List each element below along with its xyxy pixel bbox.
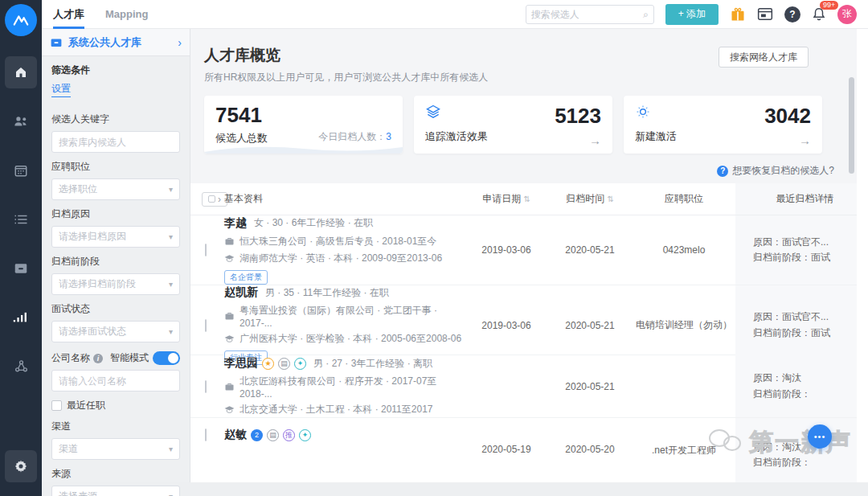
- channel-value: 渠道: [59, 442, 78, 456]
- row-checkbox[interactable]: [205, 428, 207, 441]
- recent-job-checkbox-row[interactable]: 最近任职: [51, 399, 180, 412]
- tab-mapping[interactable]: Mapping: [105, 0, 148, 29]
- archive-reason: 原因：面试官不...: [753, 235, 857, 250]
- table-row[interactable]: 赵凯新 男 · 35 · 11年工作经验 · 在职 粤海置业投资（国际）有限公司…: [190, 285, 857, 355]
- sort-icon[interactable]: ⇅: [607, 195, 613, 203]
- interview-status-select[interactable]: 请选择面试状态▾: [51, 321, 180, 342]
- home-icon: [14, 65, 28, 80]
- notification-badge: 99+: [820, 1, 838, 10]
- channel-label: 渠道: [51, 420, 180, 433]
- archive-date: 2020-05-21: [547, 381, 633, 392]
- main-content: 人才库概览 所有HR权限及以上用户可见，用户可浏览公共人才库中所有候选人 搜索网…: [190, 29, 857, 482]
- tab-talent-pool[interactable]: 人才库: [53, 0, 84, 29]
- channel-select[interactable]: 渠道▾: [51, 438, 180, 460]
- keyword-input[interactable]: [51, 131, 180, 153]
- pre-archive-stage-select[interactable]: 请选择归档前阶段▾: [51, 273, 180, 295]
- candidate-name[interactable]: 赵敏: [224, 428, 247, 442]
- candidate-work: 粤海置业投资（国际）有限公司 · 党工团干事 · 2017-...: [224, 304, 465, 329]
- row-checkbox[interactable]: [205, 244, 207, 256]
- candidate-name[interactable]: 李越: [224, 216, 247, 231]
- add-button[interactable]: + 添加: [665, 4, 719, 25]
- rail-home[interactable]: [5, 56, 37, 88]
- settings-link[interactable]: 设置: [51, 82, 71, 97]
- archive-reason: 原因：淘汰: [753, 440, 857, 455]
- candidate-meta: 男 · 35 · 11年工作经验 · 在职: [265, 286, 389, 300]
- scrollbar-thumb[interactable]: [849, 77, 854, 174]
- archive-reason: 原因：面试官不...: [753, 309, 857, 325]
- global-search-input[interactable]: [531, 9, 643, 20]
- activate-target-icon: [635, 104, 651, 120]
- row-checkbox[interactable]: [205, 380, 207, 393]
- graduation-cap-icon: [224, 405, 235, 414]
- archive-box-icon: [14, 262, 28, 275]
- calendar-icon: [14, 163, 28, 178]
- candidate-work: 北京匠游科技有限公司 · 程序开发 · 2017-07至2018-...: [224, 375, 465, 400]
- user-avatar[interactable]: 张: [837, 5, 857, 24]
- rail-settings[interactable]: [5, 450, 37, 482]
- candidate-name[interactable]: 赵凯新: [224, 285, 258, 300]
- col-position: 应聘职位: [633, 192, 735, 206]
- col-apply-date[interactable]: 申请日期 ⇅: [465, 192, 547, 206]
- applied-position: 0423melo: [633, 244, 735, 256]
- page-subtitle: 所有HR权限及以上用户可见，用户可浏览公共人才库中所有候选人: [204, 71, 857, 84]
- search-network-pool-button[interactable]: 搜索网络人才库: [719, 47, 809, 68]
- table-row[interactable]: 李越 女 · 30 · 6年工作经验 · 在职 恒大珠三角公司 · 高级售后专员…: [190, 215, 857, 285]
- table-row[interactable]: 李思园 ★ ▤ ✦ 男 · 27 · 3年工作经验 · 离职 北京匠游科技有限公…: [190, 355, 857, 418]
- stat-card-track-activation[interactable]: 5123 追踪激活效果 →: [414, 96, 612, 154]
- apply-date: 2019-03-06: [465, 244, 547, 256]
- position-select[interactable]: 选择职位▾: [51, 178, 180, 200]
- star-badge-icon: ✦: [299, 429, 311, 441]
- briefcase-icon: [224, 312, 235, 321]
- today-archived-count: 今日归档人数：3: [318, 130, 391, 144]
- rail-candidates[interactable]: [5, 105, 37, 137]
- row-checkbox[interactable]: [205, 319, 207, 332]
- archive-reason-value: 请选择归档原因: [59, 230, 126, 244]
- rail-list[interactable]: [5, 203, 37, 236]
- list-icon: [14, 213, 28, 226]
- rail-reports[interactable]: [5, 301, 37, 334]
- archive-date: 2020-05-21: [547, 244, 633, 256]
- stat-card-new-activation[interactable]: 3042 新建激活 →: [624, 96, 822, 154]
- candidate-table: › 基本资料 申请日期 ⇅ 归档时间 ⇅ 应聘职位 最近归档详情 李越 女 · …: [190, 183, 857, 482]
- arrow-right-icon[interactable]: →: [589, 133, 601, 147]
- company-input[interactable]: [51, 370, 180, 391]
- restore-archived-link[interactable]: ? 想要恢复归档的候选人?: [717, 164, 834, 178]
- caret-down-icon: ▾: [169, 492, 173, 496]
- caret-down-icon: ▾: [169, 185, 173, 194]
- mountain-logo-icon: [12, 11, 30, 29]
- arrow-right-icon[interactable]: →: [799, 133, 811, 147]
- gift-button[interactable]: [730, 6, 746, 23]
- source-select[interactable]: 选择来源▾: [51, 486, 180, 496]
- medal-badge-icon: ★: [262, 358, 274, 370]
- card-button[interactable]: [757, 7, 773, 21]
- table-row[interactable]: 赵敏 2 ▤ 推 ✦ 2020-05-19 2020-05-20 .net开发工…: [190, 418, 857, 492]
- app-logo[interactable]: [5, 4, 37, 36]
- col-archive-date[interactable]: 归档时间 ⇅: [547, 192, 633, 206]
- new-activation-value: 3042: [764, 104, 811, 129]
- work-badge-icon: ▤: [267, 429, 279, 441]
- graduation-cap-icon: [224, 334, 235, 343]
- users-icon: [13, 114, 29, 129]
- smart-mode-toggle[interactable]: [153, 351, 180, 365]
- rail-calendar[interactable]: [5, 154, 37, 187]
- sort-icon[interactable]: ⇅: [523, 195, 530, 203]
- notifications-button[interactable]: 99+: [812, 6, 826, 22]
- rail-network[interactable]: [5, 350, 37, 383]
- gear-icon: [14, 459, 28, 473]
- browser-card-icon: [757, 7, 773, 21]
- candidate-tag: 名企背景: [224, 270, 268, 285]
- archive-reason-select[interactable]: 请选择归档原因▾: [51, 226, 180, 248]
- pre-archive-stage-label: 归档前阶段: [51, 255, 180, 268]
- chat-fab-button[interactable]: •••: [808, 424, 832, 449]
- candidate-name[interactable]: 李思园: [224, 356, 258, 371]
- rail-archive[interactable]: [5, 252, 37, 285]
- checkbox-icon: [51, 400, 62, 411]
- library-selector[interactable]: 系统公共人才库 ›: [42, 29, 190, 56]
- caret-down-icon: ▾: [169, 232, 173, 241]
- filter-conditions-title: 筛选条件: [51, 64, 180, 77]
- layers-icon: [425, 104, 441, 120]
- question-icon: ?: [784, 6, 800, 23]
- graduation-cap-icon: [224, 254, 235, 263]
- help-button[interactable]: ?: [784, 6, 800, 23]
- checkbox-icon: [208, 195, 215, 203]
